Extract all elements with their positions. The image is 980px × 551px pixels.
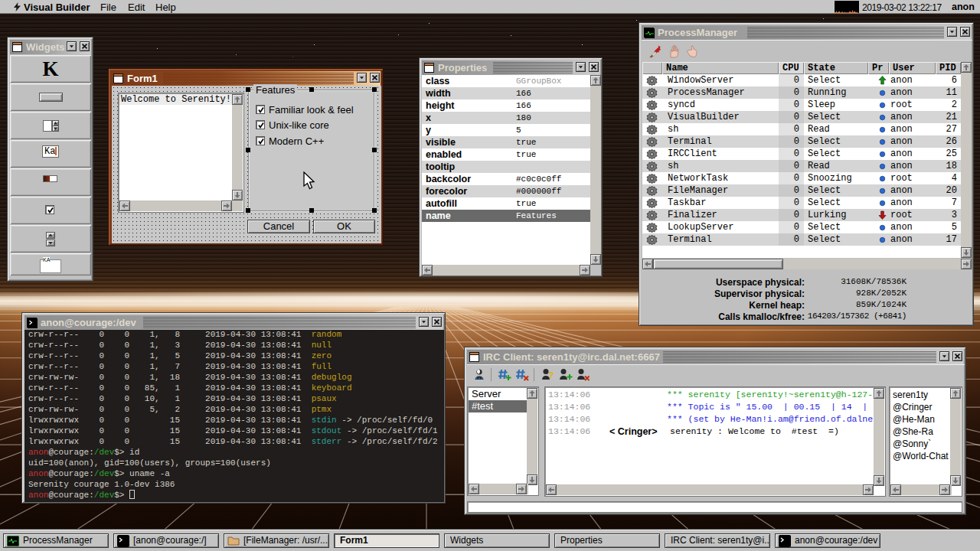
svg-text:?: ? bbox=[549, 370, 554, 380]
